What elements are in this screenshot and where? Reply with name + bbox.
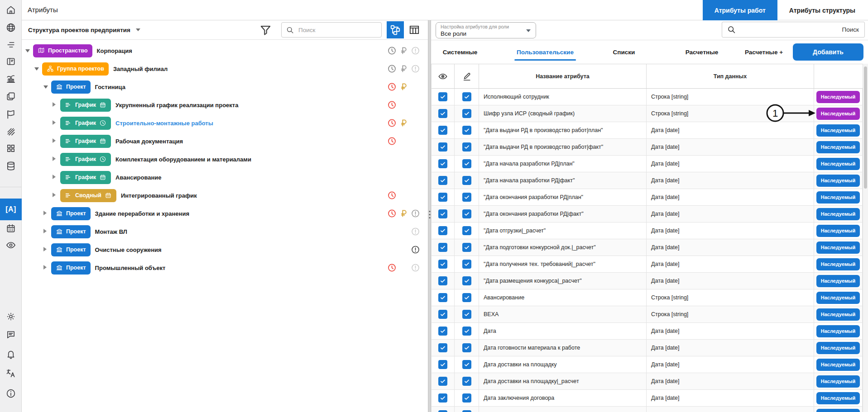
tree-node[interactable]: ПроектОчистные сооружения xyxy=(22,241,428,259)
editable-checkbox[interactable] xyxy=(462,276,471,285)
inherited-badge[interactable]: Наследуемый xyxy=(816,91,860,103)
rail-database-icon[interactable] xyxy=(5,161,16,171)
visible-checkbox[interactable] xyxy=(438,243,447,252)
rail-list-lines-icon[interactable] xyxy=(5,40,16,50)
editable-checkbox[interactable] xyxy=(462,293,471,302)
tree-node[interactable]: ГрафикРабочая документация xyxy=(22,132,428,150)
node-label[interactable]: Строительно-монтажные работы xyxy=(115,120,213,127)
editable-checkbox[interactable] xyxy=(462,393,471,403)
editable-checkbox[interactable] xyxy=(462,310,471,319)
editable-checkbox[interactable] xyxy=(462,226,471,235)
tree-node[interactable]: ПроектПромышленный объект xyxy=(22,259,428,277)
visible-checkbox[interactable] xyxy=(438,159,447,168)
caret-right-icon[interactable] xyxy=(43,265,47,270)
caret-right-icon[interactable] xyxy=(53,102,56,107)
node-label[interactable]: Монтаж ВЛ xyxy=(95,228,127,235)
editable-checkbox[interactable] xyxy=(462,377,471,386)
node-label[interactable]: Западный филиал xyxy=(113,66,168,72)
editable-checkbox[interactable] xyxy=(462,360,471,369)
tree-node[interactable]: ПроектМонтаж ВЛ xyxy=(22,223,428,241)
inherited-badge[interactable]: Наследуемый xyxy=(816,124,860,137)
editable-checkbox[interactable] xyxy=(462,142,471,152)
name-column-header[interactable]: Название атрибута xyxy=(479,64,647,88)
node-label[interactable]: Здание переработки и хранения xyxy=(95,210,189,217)
type-column-header[interactable]: Тип данных xyxy=(647,64,814,88)
editable-checkbox[interactable] xyxy=(462,126,471,135)
visible-checkbox[interactable] xyxy=(438,126,447,135)
attributes-search-input[interactable] xyxy=(740,26,860,33)
attribute-tab[interactable]: Системные xyxy=(443,40,478,64)
editable-checkbox[interactable] xyxy=(462,159,471,168)
editable-checkbox[interactable] xyxy=(462,109,471,118)
editable-checkbox[interactable] xyxy=(462,410,471,412)
inherited-badge[interactable]: Наследуемый xyxy=(816,275,860,287)
node-label[interactable]: Интегрированный график xyxy=(121,192,197,199)
node-label[interactable]: Рабочая документация xyxy=(115,138,183,145)
panel-splitter[interactable] xyxy=(428,20,431,412)
rail-windows-icon[interactable] xyxy=(5,91,16,102)
rail-attributes-active[interactable]: [A] xyxy=(0,199,22,220)
visible-checkbox[interactable] xyxy=(438,293,447,302)
node-label[interactable]: Корпорация xyxy=(97,47,132,54)
caret-right-icon[interactable] xyxy=(43,247,47,251)
caret-down-icon[interactable] xyxy=(34,67,39,71)
attribute-tab[interactable]: Расчетные + xyxy=(745,40,783,64)
inherited-badge[interactable]: Наследуемый xyxy=(816,409,860,412)
tree-node[interactable]: ГрафикКомплектация оборудованием и матер… xyxy=(22,150,428,168)
scrollbar-thumb[interactable] xyxy=(864,66,867,189)
caret-right-icon[interactable] xyxy=(53,175,56,179)
tree-node[interactable]: Группа проектовЗападный филиал xyxy=(22,60,428,78)
inherited-badge[interactable]: Наследуемый xyxy=(816,208,860,220)
visible-checkbox[interactable] xyxy=(438,360,447,369)
editable-checkbox[interactable] xyxy=(462,327,471,336)
attribute-tab[interactable]: Списки xyxy=(613,40,635,64)
node-label[interactable]: Авансирование xyxy=(115,174,162,181)
rail-info-icon[interactable] xyxy=(5,388,16,399)
caret-right-icon[interactable] xyxy=(43,211,47,215)
node-label[interactable]: Промышленный объект xyxy=(95,265,166,271)
rail-hatch-lines-icon[interactable] xyxy=(5,127,16,137)
inherited-badge[interactable]: Наследуемый xyxy=(816,292,860,304)
visible-checkbox[interactable] xyxy=(438,109,447,118)
node-label[interactable]: Укрупненный график реализации проекта xyxy=(115,102,238,109)
tree-node[interactable]: ГрафикАвансирование xyxy=(22,168,428,186)
add-attribute-button[interactable]: Добавить xyxy=(793,43,863,61)
rail-translate-icon[interactable] xyxy=(5,368,16,379)
rail-flag-icon[interactable] xyxy=(5,109,16,120)
caret-right-icon[interactable] xyxy=(53,138,56,143)
visible-checkbox[interactable] xyxy=(438,276,447,285)
attribute-tab[interactable]: Пользовательские xyxy=(517,40,574,64)
node-label[interactable]: Комплектация оборудованием и материалами xyxy=(115,156,251,163)
rail-home-icon[interactable] xyxy=(5,5,16,15)
inherited-badge[interactable]: Наследуемый xyxy=(816,359,860,371)
tree-node[interactable]: ГрафикУкрупненный график реализации прое… xyxy=(22,96,428,114)
caret-right-icon[interactable] xyxy=(43,229,47,233)
visible-checkbox[interactable] xyxy=(438,226,447,235)
editable-checkbox[interactable] xyxy=(462,209,471,218)
filter-icon[interactable] xyxy=(259,24,272,37)
editable-checkbox[interactable] xyxy=(462,92,471,101)
caret-down-icon[interactable] xyxy=(43,85,48,89)
inherited-badge[interactable]: Наследуемый xyxy=(816,108,860,120)
inherited-badge[interactable]: Наследуемый xyxy=(816,191,860,204)
visible-checkbox[interactable] xyxy=(438,310,447,319)
tree-node[interactable]: ПроектЗдание переработки и хранения xyxy=(22,204,428,223)
inherited-badge[interactable]: Наследуемый xyxy=(816,392,860,404)
editable-checkbox[interactable] xyxy=(462,193,471,202)
node-label[interactable]: Гостиница xyxy=(95,84,125,90)
tree-node[interactable]: ГрафикСтроительно-монтажные работы xyxy=(22,114,428,132)
inherited-badge[interactable]: Наследуемый xyxy=(816,258,860,270)
tab-structure-attributes[interactable]: Атрибуты структуры xyxy=(777,0,867,20)
visible-checkbox[interactable] xyxy=(438,260,447,269)
editable-checkbox[interactable] xyxy=(462,176,471,185)
caret-right-icon[interactable] xyxy=(53,156,56,161)
rail-chart-icon[interactable] xyxy=(5,74,16,84)
caret-down-icon[interactable] xyxy=(25,49,30,52)
caret-right-icon[interactable] xyxy=(53,193,56,197)
rail-theme-sun-icon[interactable] xyxy=(5,312,16,322)
inherited-badge[interactable]: Наследуемый xyxy=(816,375,860,388)
rail-grid-icon[interactable] xyxy=(5,143,16,154)
rail-board-icon[interactable] xyxy=(5,57,16,67)
tab-work-attributes[interactable]: Атрибуты работ xyxy=(703,0,777,20)
visible-column-header[interactable] xyxy=(432,64,455,88)
